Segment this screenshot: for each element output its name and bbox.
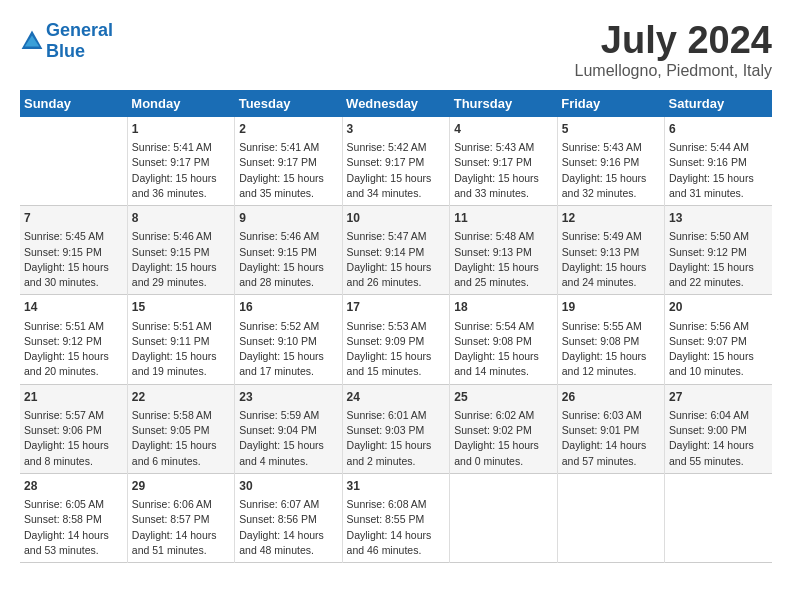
calendar-cell: 1Sunrise: 5:41 AM Sunset: 9:17 PM Daylig… <box>127 117 234 206</box>
calendar-cell: 29Sunrise: 6:06 AM Sunset: 8:57 PM Dayli… <box>127 473 234 562</box>
week-row-4: 21Sunrise: 5:57 AM Sunset: 9:06 PM Dayli… <box>20 384 772 473</box>
calendar-cell: 23Sunrise: 5:59 AM Sunset: 9:04 PM Dayli… <box>235 384 342 473</box>
day-content: Sunrise: 5:42 AM Sunset: 9:17 PM Dayligh… <box>347 140 446 201</box>
location: Lumellogno, Piedmont, Italy <box>575 62 772 80</box>
day-content: Sunrise: 5:47 AM Sunset: 9:14 PM Dayligh… <box>347 229 446 290</box>
calendar-cell: 31Sunrise: 6:08 AM Sunset: 8:55 PM Dayli… <box>342 473 450 562</box>
calendar-cell: 26Sunrise: 6:03 AM Sunset: 9:01 PM Dayli… <box>557 384 664 473</box>
calendar-cell <box>20 117 127 206</box>
day-number: 16 <box>239 299 337 316</box>
day-content: Sunrise: 5:41 AM Sunset: 9:17 PM Dayligh… <box>239 140 337 201</box>
day-number: 1 <box>132 121 230 138</box>
calendar-cell: 4Sunrise: 5:43 AM Sunset: 9:17 PM Daylig… <box>450 117 557 206</box>
week-row-3: 14Sunrise: 5:51 AM Sunset: 9:12 PM Dayli… <box>20 295 772 384</box>
day-content: Sunrise: 5:46 AM Sunset: 9:15 PM Dayligh… <box>132 229 230 290</box>
header-day-tuesday: Tuesday <box>235 90 342 117</box>
logo: General Blue <box>20 20 113 61</box>
day-number: 15 <box>132 299 230 316</box>
day-number: 30 <box>239 478 337 495</box>
header-day-friday: Friday <box>557 90 664 117</box>
calendar-cell: 11Sunrise: 5:48 AM Sunset: 9:13 PM Dayli… <box>450 206 557 295</box>
day-content: Sunrise: 5:45 AM Sunset: 9:15 PM Dayligh… <box>24 229 123 290</box>
day-content: Sunrise: 6:06 AM Sunset: 8:57 PM Dayligh… <box>132 497 230 558</box>
calendar-cell: 24Sunrise: 6:01 AM Sunset: 9:03 PM Dayli… <box>342 384 450 473</box>
header-day-monday: Monday <box>127 90 234 117</box>
day-content: Sunrise: 5:43 AM Sunset: 9:16 PM Dayligh… <box>562 140 660 201</box>
day-number: 24 <box>347 389 446 406</box>
day-number: 13 <box>669 210 768 227</box>
day-content: Sunrise: 6:01 AM Sunset: 9:03 PM Dayligh… <box>347 408 446 469</box>
day-number: 7 <box>24 210 123 227</box>
day-number: 28 <box>24 478 123 495</box>
day-content: Sunrise: 5:57 AM Sunset: 9:06 PM Dayligh… <box>24 408 123 469</box>
day-content: Sunrise: 5:51 AM Sunset: 9:11 PM Dayligh… <box>132 319 230 380</box>
day-number: 9 <box>239 210 337 227</box>
day-number: 31 <box>347 478 446 495</box>
logo-text-general: General <box>46 20 113 40</box>
day-number: 6 <box>669 121 768 138</box>
header-day-saturday: Saturday <box>665 90 773 117</box>
day-content: Sunrise: 6:05 AM Sunset: 8:58 PM Dayligh… <box>24 497 123 558</box>
calendar-cell: 2Sunrise: 5:41 AM Sunset: 9:17 PM Daylig… <box>235 117 342 206</box>
day-number: 22 <box>132 389 230 406</box>
calendar-cell: 3Sunrise: 5:42 AM Sunset: 9:17 PM Daylig… <box>342 117 450 206</box>
calendar-cell: 6Sunrise: 5:44 AM Sunset: 9:16 PM Daylig… <box>665 117 773 206</box>
page-header: General Blue July 2024 Lumellogno, Piedm… <box>20 20 772 80</box>
header-day-wednesday: Wednesday <box>342 90 450 117</box>
day-content: Sunrise: 5:55 AM Sunset: 9:08 PM Dayligh… <box>562 319 660 380</box>
calendar-cell: 13Sunrise: 5:50 AM Sunset: 9:12 PM Dayli… <box>665 206 773 295</box>
day-number: 2 <box>239 121 337 138</box>
day-content: Sunrise: 6:08 AM Sunset: 8:55 PM Dayligh… <box>347 497 446 558</box>
day-number: 27 <box>669 389 768 406</box>
day-content: Sunrise: 5:59 AM Sunset: 9:04 PM Dayligh… <box>239 408 337 469</box>
day-content: Sunrise: 5:58 AM Sunset: 9:05 PM Dayligh… <box>132 408 230 469</box>
day-content: Sunrise: 6:07 AM Sunset: 8:56 PM Dayligh… <box>239 497 337 558</box>
day-number: 14 <box>24 299 123 316</box>
calendar-cell: 16Sunrise: 5:52 AM Sunset: 9:10 PM Dayli… <box>235 295 342 384</box>
day-number: 19 <box>562 299 660 316</box>
calendar-cell: 10Sunrise: 5:47 AM Sunset: 9:14 PM Dayli… <box>342 206 450 295</box>
day-content: Sunrise: 5:41 AM Sunset: 9:17 PM Dayligh… <box>132 140 230 201</box>
day-number: 3 <box>347 121 446 138</box>
calendar-cell: 14Sunrise: 5:51 AM Sunset: 9:12 PM Dayli… <box>20 295 127 384</box>
week-row-5: 28Sunrise: 6:05 AM Sunset: 8:58 PM Dayli… <box>20 473 772 562</box>
logo-text-blue: Blue <box>46 41 85 61</box>
calendar-cell <box>665 473 773 562</box>
calendar-cell: 19Sunrise: 5:55 AM Sunset: 9:08 PM Dayli… <box>557 295 664 384</box>
day-number: 5 <box>562 121 660 138</box>
day-content: Sunrise: 5:54 AM Sunset: 9:08 PM Dayligh… <box>454 319 552 380</box>
calendar-cell <box>450 473 557 562</box>
calendar-cell: 27Sunrise: 6:04 AM Sunset: 9:00 PM Dayli… <box>665 384 773 473</box>
calendar-cell: 5Sunrise: 5:43 AM Sunset: 9:16 PM Daylig… <box>557 117 664 206</box>
calendar-table: SundayMondayTuesdayWednesdayThursdayFrid… <box>20 90 772 563</box>
month-year: July 2024 <box>575 20 772 62</box>
day-content: Sunrise: 6:03 AM Sunset: 9:01 PM Dayligh… <box>562 408 660 469</box>
logo-icon <box>20 29 44 53</box>
day-number: 12 <box>562 210 660 227</box>
day-content: Sunrise: 6:02 AM Sunset: 9:02 PM Dayligh… <box>454 408 552 469</box>
day-number: 29 <box>132 478 230 495</box>
day-number: 25 <box>454 389 552 406</box>
calendar-cell: 20Sunrise: 5:56 AM Sunset: 9:07 PM Dayli… <box>665 295 773 384</box>
day-number: 21 <box>24 389 123 406</box>
calendar-cell: 9Sunrise: 5:46 AM Sunset: 9:15 PM Daylig… <box>235 206 342 295</box>
day-number: 20 <box>669 299 768 316</box>
day-content: Sunrise: 5:44 AM Sunset: 9:16 PM Dayligh… <box>669 140 768 201</box>
day-content: Sunrise: 5:46 AM Sunset: 9:15 PM Dayligh… <box>239 229 337 290</box>
day-number: 23 <box>239 389 337 406</box>
day-content: Sunrise: 5:56 AM Sunset: 9:07 PM Dayligh… <box>669 319 768 380</box>
day-content: Sunrise: 5:48 AM Sunset: 9:13 PM Dayligh… <box>454 229 552 290</box>
week-row-2: 7Sunrise: 5:45 AM Sunset: 9:15 PM Daylig… <box>20 206 772 295</box>
day-content: Sunrise: 6:04 AM Sunset: 9:00 PM Dayligh… <box>669 408 768 469</box>
calendar-cell: 17Sunrise: 5:53 AM Sunset: 9:09 PM Dayli… <box>342 295 450 384</box>
header-day-thursday: Thursday <box>450 90 557 117</box>
day-content: Sunrise: 5:49 AM Sunset: 9:13 PM Dayligh… <box>562 229 660 290</box>
calendar-cell: 22Sunrise: 5:58 AM Sunset: 9:05 PM Dayli… <box>127 384 234 473</box>
day-content: Sunrise: 5:53 AM Sunset: 9:09 PM Dayligh… <box>347 319 446 380</box>
day-number: 26 <box>562 389 660 406</box>
calendar-cell: 30Sunrise: 6:07 AM Sunset: 8:56 PM Dayli… <box>235 473 342 562</box>
day-content: Sunrise: 5:43 AM Sunset: 9:17 PM Dayligh… <box>454 140 552 201</box>
calendar-cell: 28Sunrise: 6:05 AM Sunset: 8:58 PM Dayli… <box>20 473 127 562</box>
day-number: 18 <box>454 299 552 316</box>
day-content: Sunrise: 5:51 AM Sunset: 9:12 PM Dayligh… <box>24 319 123 380</box>
